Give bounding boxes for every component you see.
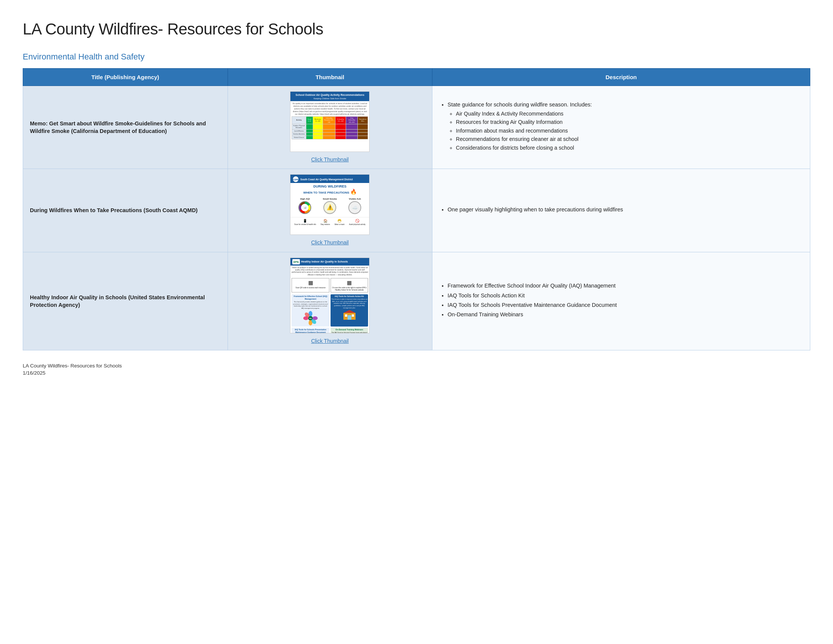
- table-row: Healthy Indoor Air Quality in Schools (U…: [23, 252, 810, 350]
- row3-thumbnail-cell: EPA Healthy Indoor Air Quality in School…: [228, 252, 433, 350]
- row2-title: During Wildfires When to Take Precaution…: [23, 169, 228, 252]
- row3-bullet2: IAQ Tools for Schools Action Kit: [447, 292, 802, 299]
- thumb2-header: AQMD South Coast Air Quality Management …: [290, 175, 369, 183]
- row1-bullet4: Recommendations for ensuring cleaner air…: [456, 135, 802, 143]
- row1-click-thumbnail[interactable]: Click Thumbnail: [232, 156, 429, 164]
- thumb3-grid: Framework for Effective School (IAQ) Man…: [290, 293, 369, 327]
- thumb1-header-text: School Outdoor Air Quality Activity Reco…: [290, 92, 369, 101]
- row1-title: Memo: Get Smart about Wildfire Smoke-Gui…: [23, 85, 228, 169]
- epa-logo-icon: EPA: [292, 259, 300, 264]
- svg-text:IAQ: IAQ: [309, 318, 312, 319]
- row1-desc-intro: State guidance for schools during wildfi…: [447, 101, 802, 151]
- row2-bullet1: One pager visually highlighting when to …: [447, 206, 802, 213]
- aqi-gauge-icon: 📊: [298, 201, 311, 214]
- svg-rect-14: [347, 315, 351, 320]
- table-row: Memo: Get Smart about Wildfire Smoke-Gui…: [23, 85, 810, 169]
- thumb2-bottom-info: 📱 Scan for smoke & health info 🏠 Stay in…: [290, 217, 369, 227]
- row3-bullet3: IAQ Tools for Schools Preventative Maint…: [447, 301, 802, 309]
- table-row: During Wildfires When to Take Precaution…: [23, 169, 810, 252]
- visible-ash-icon: ☁️: [348, 201, 361, 214]
- thumb2-col-ash: Visible Ash ☁️: [348, 197, 361, 215]
- aqmd-logo-icon: AQMD: [293, 176, 299, 182]
- thumb3-header: EPA Healthy Indoor Air Quality in School…: [290, 258, 369, 266]
- row1-bullet3: Information about masks and recommendati…: [456, 127, 802, 135]
- row3-thumbnail-image: EPA Healthy Indoor Air Quality in School…: [290, 258, 370, 333]
- thumb3-intro-text: Indoor air pollution is ranked among the…: [290, 266, 369, 277]
- col-header-title: Title (Publishing Agency): [23, 68, 228, 85]
- row3-title: Healthy Indoor Air Quality in Schools (U…: [23, 252, 228, 350]
- smell-smoke-icon: ⚠️: [323, 201, 336, 214]
- resources-table: Title (Publishing Agency) Thumbnail Desc…: [23, 68, 810, 351]
- row3-description: Framework for Effective School Indoor Ai…: [433, 252, 810, 350]
- svg-marker-13: [343, 310, 355, 313]
- row1-description: State guidance for schools during wildfi…: [433, 85, 810, 169]
- flower-diagram-icon: IAQ: [303, 311, 318, 326]
- row3-bullet4: On-Demand Training Webinars: [447, 311, 802, 318]
- page-title: LA County Wildfires- Resources for Schoo…: [23, 18, 810, 40]
- row2-thumbnail-image: AQMD South Coast Air Quality Management …: [290, 174, 370, 235]
- row2-click-thumbnail[interactable]: Click Thumbnail: [232, 239, 429, 246]
- svg-rect-15: [345, 314, 347, 317]
- svg-text:EPA: EPA: [293, 261, 299, 263]
- thumb3-qr-row: ▦ Scan QR code to access each resource ▦…: [290, 277, 369, 293]
- row1-bullet1: Air Quality Index & Activity Recommendat…: [456, 110, 802, 118]
- row3-click-thumbnail[interactable]: Click Thumbnail: [232, 338, 429, 345]
- thumb2-title-text: DURING WILDFIRES WHEN TO TAKE PRECAUTION…: [290, 183, 369, 196]
- thumb2-col-aqi: High AQI 📊: [298, 197, 311, 215]
- row1-bullet2: Resources for tracking Air Quality Infor…: [456, 119, 802, 126]
- school-building-icon: [343, 310, 356, 320]
- footer: LA County Wildfires- Resources for Schoo…: [23, 362, 810, 377]
- svg-text:AQMD: AQMD: [293, 179, 299, 181]
- col-header-thumbnail: Thumbnail: [228, 68, 433, 85]
- row2-description: One pager visually highlighting when to …: [433, 169, 810, 252]
- col-header-description: Description: [433, 68, 810, 85]
- row1-thumbnail-cell: School Outdoor Air Quality Activity Reco…: [228, 85, 433, 169]
- row3-bullet1: Framework for Effective School Indoor Ai…: [447, 282, 802, 290]
- thumb3-lower-grid: IAQ Tools for Schools Preventative Maint…: [290, 328, 369, 333]
- thumb1-content: Air quality is an important consideratio…: [290, 101, 369, 152]
- row2-thumbnail-cell: AQMD South Coast Air Quality Management …: [228, 169, 433, 252]
- svg-rect-16: [352, 314, 354, 317]
- aqi-table: Activity Good 0–50 Moderate 51–100 Unhea…: [291, 116, 368, 139]
- row1-bullet5: Considerations for districts before clos…: [456, 144, 802, 152]
- footer-line2: 1/16/2025: [23, 370, 810, 377]
- row1-thumbnail-image: School Outdoor Air Quality Activity Reco…: [290, 91, 370, 152]
- thumb2-col-smoke: Smell Smoke ⚠️: [323, 197, 337, 215]
- thumb2-icons: High AQI 📊 Smell Smoke ⚠️ V: [290, 196, 369, 216]
- footer-line1: LA County Wildfires- Resources for Schoo…: [23, 362, 810, 370]
- section-heading: Environmental Health and Safety: [23, 51, 810, 63]
